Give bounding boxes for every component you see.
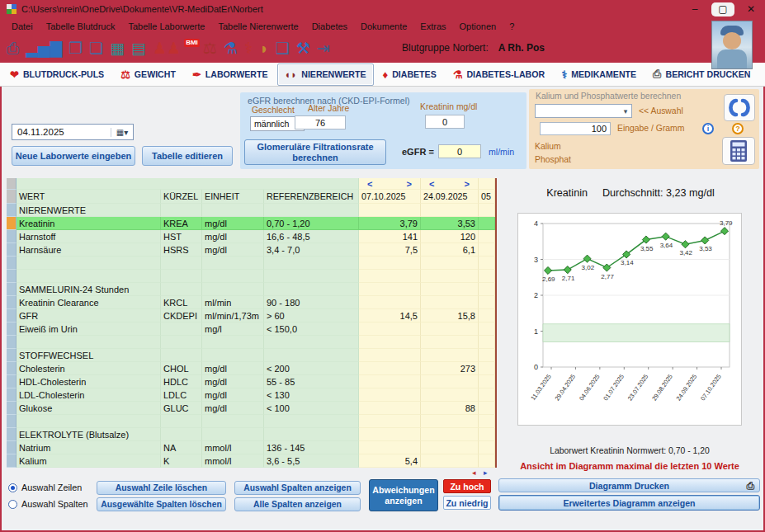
delete-selected-columns-button[interactable]: Ausgewählte Spalten löschen: [97, 497, 226, 511]
column-header-07-10-2025[interactable]: 07.10.2025: [359, 190, 421, 204]
documents-icon[interactable]: ❐: [68, 38, 83, 59]
calculator-button[interactable]: [722, 137, 755, 165]
menu-item-tabelle-nierenwerte[interactable]: Tabelle Nierenwerte: [211, 18, 305, 35]
show-selected-columns-button[interactable]: Auswahl Spalten anzeigen: [234, 481, 361, 495]
minimize-button[interactable]: –: [681, 0, 709, 18]
menu-item-help[interactable]: ?: [503, 18, 521, 35]
menu-item-tabelle-blutdruck[interactable]: Tabelle Blutdruck: [40, 18, 122, 35]
syringe-icon[interactable]: ⚕: [244, 38, 253, 59]
app-icon: [7, 4, 17, 14]
table-section-row[interactable]: ELEKTROLYTE (Blutsalze): [7, 428, 495, 441]
new-lab-values-button[interactable]: Neue Laborwerte eingeben: [12, 146, 135, 166]
heart-icon: ❤: [10, 68, 19, 81]
table-empty-row[interactable]: [7, 257, 495, 270]
tools-icon[interactable]: ⚒: [296, 38, 310, 59]
bread-icon[interactable]: ◗: [259, 38, 268, 59]
blood-group-label: Blutgruppe Norbert:: [402, 42, 489, 54]
radio-select-columns[interactable]: Auswahl Spalten: [8, 499, 87, 509]
menu-item-dokumente[interactable]: Dokumente: [354, 18, 413, 35]
table-empty-row[interactable]: [7, 415, 495, 428]
table-row[interactable]: LDL-CholesterinLDLCmg/dl< 130: [7, 388, 495, 402]
column-header-wert[interactable]: WERT: [17, 190, 161, 204]
extended-chart-button[interactable]: Erweitertes Diagramm anzeigen: [498, 495, 760, 511]
radio-select-rows[interactable]: Auswahl Zeilen: [8, 483, 82, 492]
calendar-dropdown-icon[interactable]: ▦▾: [111, 128, 133, 137]
egfr-result-input[interactable]: 0: [438, 144, 481, 158]
tab-gewicht[interactable]: ⚖GEWICHT: [113, 64, 183, 86]
document-icon[interactable]: ❏: [89, 38, 103, 59]
column-header-kürzel[interactable]: KÜRZEL: [161, 190, 202, 204]
column-header-05[interactable]: 05: [479, 190, 495, 204]
column-scroll-left-button[interactable]: <: [429, 178, 434, 189]
food-select[interactable]: ▾: [535, 104, 632, 118]
table-row[interactable]: GlukoseGLUCmg/dl< 10088: [7, 402, 495, 415]
calendar-table-icon[interactable]: ▦: [110, 38, 125, 59]
menu-item-diabetes[interactable]: Diabetes: [305, 18, 354, 35]
age-input[interactable]: 76: [295, 115, 346, 129]
tab-nierenwerte[interactable]: ◖◗NIERENWERTE: [277, 64, 374, 86]
show-all-columns-button[interactable]: Alle Spalten anzeigen: [234, 497, 361, 511]
table-row[interactable]: HDL-CholesterinHDLCmg/dl55 - 85: [7, 375, 495, 388]
table-empty-row[interactable]: [7, 270, 495, 283]
tab-blutdruck-puls[interactable]: ❤BLUTDRUCK-PULS: [2, 64, 111, 86]
calculate-gfr-button[interactable]: Glomeruläre Filtrationsrate berechnen: [244, 139, 386, 165]
chart-analyte-label: Kreatinin: [546, 187, 588, 199]
delete-selected-row-button[interactable]: Auswahl Zeile löschen: [97, 481, 226, 495]
table-empty-row[interactable]: [7, 336, 495, 349]
column-header-24-09-2025[interactable]: 24.09.2025: [421, 190, 479, 204]
grams-input[interactable]: 100: [540, 122, 611, 135]
egfr-panel: eGFR berechnen nach (CKD-EPI-Formel) Ges…: [240, 92, 527, 169]
bmi-badge[interactable]: BMI: [184, 39, 200, 47]
table-section-row[interactable]: SAMMELURIN-24 Stunden: [7, 283, 495, 296]
maximize-button[interactable]: ▢: [711, 2, 734, 16]
bar-chart-icon[interactable]: ▂▅▇: [26, 38, 62, 59]
menu-item-extras[interactable]: Extras: [413, 18, 452, 35]
too-high-button[interactable]: Zu hoch: [443, 479, 491, 493]
info-icon[interactable]: i: [702, 123, 714, 134]
calendar-grid-icon[interactable]: ▤: [131, 38, 146, 59]
table-scroll-left-button[interactable]: ◂: [472, 469, 476, 477]
column-scroll-right-button[interactable]: >: [407, 178, 412, 189]
table-scroll-right-button[interactable]: ▸: [484, 469, 488, 477]
date-picker[interactable]: 04.11.2025 ▦▾: [12, 124, 134, 140]
print-chart-button[interactable]: Diagramm Drucken ⎙: [498, 478, 760, 492]
svg-text:3,53: 3,53: [699, 245, 712, 252]
svg-text:29.08.2025: 29.08.2025: [650, 373, 674, 402]
creatinine-input[interactable]: 0: [425, 115, 465, 129]
svg-text:3,64: 3,64: [660, 242, 673, 249]
table-row[interactable]: HarnstoffHSTmg/dl16,6 - 48,5141120: [7, 230, 495, 243]
column-header-einheit[interactable]: EINHEIT: [202, 190, 264, 204]
edit-table-button[interactable]: Tabelle editieren: [142, 146, 233, 166]
table-row[interactable]: KreatininKREAmg/dl0,70 - 1,203,793,53: [7, 217, 495, 230]
table-row[interactable]: KaliumKmmol/l3,6 - 5,55,4: [7, 454, 495, 468]
table-row[interactable]: Eiweiß im Urinmg/l< 150,0: [7, 322, 495, 336]
exit-icon[interactable]: ⇥: [317, 38, 330, 59]
patients-icon[interactable]: ♟♟: [153, 38, 181, 59]
tab-diabetes[interactable]: ♦DIABETES: [375, 64, 444, 86]
close-button[interactable]: ✕: [737, 0, 765, 18]
kidney-button[interactable]: [724, 94, 755, 121]
lab-flask-icon[interactable]: ⚗: [224, 38, 238, 59]
table-row[interactable]: NatriumNAmmol/l136 - 145: [7, 441, 495, 454]
printer-icon[interactable]: ⎙: [7, 38, 19, 59]
menu-item-tabelle-laborwerte[interactable]: Tabelle Laborwerte: [121, 18, 211, 35]
menu-item-optionen[interactable]: Optionen: [453, 18, 503, 35]
copy-pages-icon[interactable]: ❑: [276, 38, 290, 59]
table-row[interactable]: HarnsäureHSRSmg/dl3,4 - 7,07,56,1: [7, 243, 495, 257]
too-low-button[interactable]: Zu niedrig: [443, 496, 491, 510]
tab-laborwerte[interactable]: ✒LABORWERTE: [185, 64, 276, 86]
show-deviations-button[interactable]: Abweichungen anzeigen: [369, 479, 438, 511]
table-row[interactable]: CholesterinCHOLmg/dl< 200273: [7, 362, 495, 375]
menu-item-datei[interactable]: Datei: [5, 18, 40, 35]
table-section-row[interactable]: STOFFWECHSEL: [7, 349, 495, 362]
tab-medikamente[interactable]: ⚕MEDIKAMENTE: [554, 64, 644, 86]
column-scroll-left-button[interactable]: <: [367, 178, 372, 189]
help-icon[interactable]: ?: [732, 123, 744, 134]
tab-diabetes-labor[interactable]: ⚗DIABETES-LABOR: [446, 64, 552, 86]
column-header-referenzbereich[interactable]: REFERENZBEREICH: [264, 190, 359, 204]
table-section-row[interactable]: NIERENWERTE: [7, 204, 495, 217]
bmi-scale-icon[interactable]: ⚖: [203, 38, 217, 59]
table-row[interactable]: Kreatinin ClearanceKRCLml/min90 - 180: [7, 296, 495, 309]
column-scroll-right-button[interactable]: >: [465, 178, 470, 189]
table-row[interactable]: GFRCKDEPIml/min/1,73m> 6014,515,8: [7, 309, 495, 322]
